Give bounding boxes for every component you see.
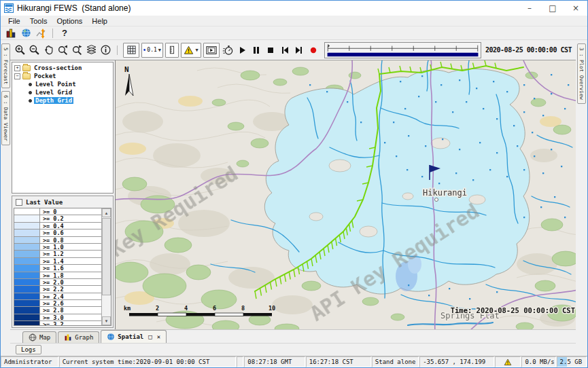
map-canvas[interactable]: API Key Required API Key Required Hikura… [116, 60, 576, 329]
globe-icon [21, 28, 31, 38]
app-icon [4, 3, 14, 13]
tree-item-pocket[interactable]: − Pocket [12, 72, 113, 80]
status-coordinates: -35.657 , 174.199 [419, 356, 494, 367]
stopwatch-icon [222, 44, 234, 56]
timestep-button[interactable] [221, 42, 235, 58]
legend-row[interactable]: >= 0.4 [14, 223, 101, 229]
first-frame-button[interactable] [278, 42, 292, 58]
hand-icon [43, 44, 54, 56]
pan-button[interactable] [41, 42, 55, 58]
zoom-out-button[interactable] [27, 42, 41, 58]
menu-item-help[interactable]: Help [87, 17, 112, 25]
legend-swatch [14, 215, 40, 221]
layers-button[interactable] [84, 42, 98, 58]
maximize-button[interactable]: □ [541, 1, 564, 16]
legend-swatch [14, 237, 40, 243]
tree-item-level-grid[interactable]: Level Grid [12, 88, 113, 96]
legend-row[interactable]: >= 3.0 [14, 314, 101, 321]
window-title: Hikurangi FEWS (Stand alone) [17, 3, 131, 13]
zoom-in-button[interactable] [13, 42, 27, 58]
record-icon [309, 45, 318, 55]
legend-row[interactable]: >= 3.2 [14, 321, 101, 326]
warning-dropdown[interactable]: ▼ [181, 43, 201, 58]
help-button[interactable]: ? [57, 27, 72, 39]
scalebar-button[interactable] [165, 43, 179, 58]
bar-chart-icon [64, 333, 72, 342]
legend-row[interactable]: >= 2.8 [14, 307, 101, 314]
tab-spatial[interactable]: Spatial □ ✕ [101, 330, 167, 343]
tab-map[interactable]: Map [22, 331, 56, 343]
legend-row[interactable]: >= 0.2 [14, 215, 101, 222]
timeline-slider[interactable] [324, 42, 481, 58]
explorer-button[interactable] [3, 27, 18, 39]
map-toolbar: 0.1 ▼ ▼ [10, 40, 576, 60]
legend-label: >= 1.8 [40, 272, 101, 278]
toolbar-separator [52, 29, 53, 38]
tab-graph[interactable]: Graph [58, 331, 99, 343]
legend-row[interactable]: >= 2.2 [14, 286, 101, 293]
legend-row[interactable]: >= 1.2 [14, 251, 101, 257]
scroll-up-icon[interactable]: ▲ [102, 208, 111, 217]
close-button[interactable]: × [564, 1, 587, 16]
scroll-down-icon[interactable]: ▼ [102, 316, 111, 325]
tree-item-level-point[interactable]: Level Point [12, 80, 113, 88]
stop-icon [266, 45, 275, 55]
info-button[interactable] [99, 42, 112, 58]
status-warning[interactable] [495, 356, 521, 367]
animation-button[interactable] [203, 43, 220, 58]
legend-row[interactable]: >= 2.4 [14, 293, 101, 300]
bullet-icon [29, 91, 32, 94]
map-display-button[interactable] [18, 27, 33, 39]
pause-button[interactable] [249, 42, 263, 58]
toolbar-time-label: 2020-08-25 00:00:00 CST [485, 46, 573, 54]
layers-icon [86, 44, 97, 56]
menu-item-tools[interactable]: Tools [25, 17, 52, 25]
legend-row[interactable]: >= 0.8 [14, 237, 101, 244]
logs-button[interactable]: Logs [16, 345, 41, 354]
zoom-previous-button[interactable] [56, 42, 69, 58]
last-value-checkbox[interactable] [16, 199, 22, 206]
timeseries-button[interactable] [33, 27, 48, 39]
legend-swatch [14, 300, 40, 306]
tab-forecast[interactable]: 5 : Forecast [1, 43, 10, 88]
spatial-close-button[interactable]: ✕ [157, 333, 160, 340]
legend-label: >= 0 [40, 208, 101, 215]
logs-row: Logs [10, 343, 576, 356]
tab-plot-overview[interactable]: 3 : Plot Overview [577, 43, 586, 104]
legend-row[interactable]: >= 1.4 [14, 258, 101, 265]
legend-row[interactable]: >= 0 [14, 208, 101, 215]
menu-item-file[interactable]: File [3, 17, 25, 25]
last-frame-button[interactable] [292, 42, 306, 58]
scrollbar-thumb[interactable] [102, 218, 111, 295]
warning-icon [504, 358, 512, 366]
minimize-button[interactable]: – [518, 1, 541, 16]
legend-swatch [14, 272, 40, 278]
tab-data-viewer[interactable]: 6 : Data Viewer [1, 91, 10, 145]
legend-scrollbar[interactable]: ▲ ▼ [101, 208, 111, 325]
legend-label: >= 3.0 [40, 314, 101, 320]
tree-item-cross-section[interactable]: + Cross-section [12, 64, 113, 72]
point-size-dropdown[interactable]: 0.1 ▼ [141, 43, 163, 58]
collapse-icon[interactable]: − [14, 73, 20, 79]
menu-item-options[interactable]: Options [52, 17, 87, 25]
scale-unit-label: km [124, 305, 131, 312]
legend-row[interactable]: >= 2.0 [14, 279, 101, 286]
legend-label: >= 3.2 [40, 321, 101, 326]
spatial-float-button[interactable]: □ [148, 333, 152, 340]
legend-row[interactable]: >= 1.8 [14, 272, 101, 279]
stop-button[interactable] [264, 42, 277, 58]
grid-button[interactable] [123, 43, 139, 58]
svg-text:6: 6 [213, 305, 216, 312]
legend-row[interactable]: >= 1.0 [14, 244, 101, 251]
legend-swatch [14, 279, 40, 285]
chevron-down-icon: ▼ [195, 48, 198, 53]
legend-row[interactable]: >= 0.6 [14, 229, 101, 236]
tree-item-depth-grid[interactable]: Depth Grid [12, 96, 113, 105]
legend-row[interactable]: >= 2.6 [14, 300, 101, 307]
legend-row[interactable]: >= 1.6 [14, 265, 101, 272]
zoom-next-button[interactable] [70, 42, 84, 58]
town-marker[interactable] [435, 198, 438, 202]
play-button[interactable] [235, 42, 249, 58]
expand-icon[interactable]: + [14, 65, 20, 71]
record-button[interactable] [307, 42, 320, 58]
